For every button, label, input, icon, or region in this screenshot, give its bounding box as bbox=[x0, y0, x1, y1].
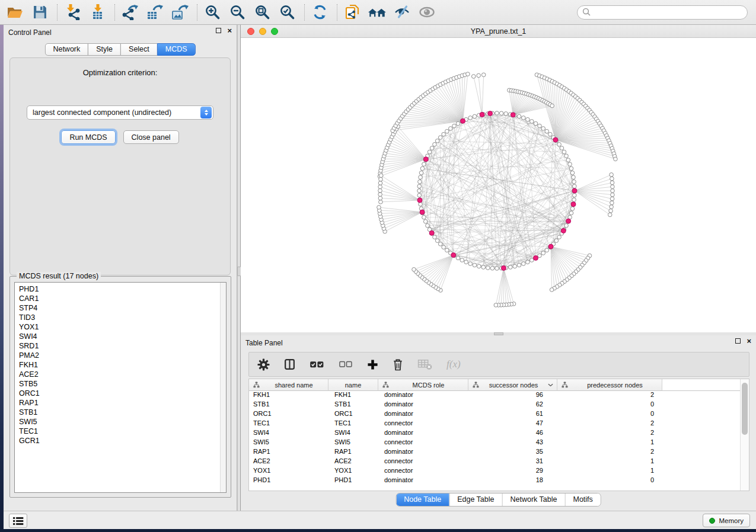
duplicate-network-icon[interactable] bbox=[343, 4, 361, 21]
column-header-name[interactable]: name bbox=[328, 379, 378, 391]
float-panel-icon[interactable] bbox=[216, 28, 221, 33]
memory-button[interactable]: Memory bbox=[703, 514, 750, 527]
network-node bbox=[572, 184, 576, 188]
tab-style[interactable]: Style bbox=[88, 43, 121, 56]
table-row[interactable]: PHD1PHD1dominator180 bbox=[249, 476, 749, 486]
list-item[interactable]: PHD1 bbox=[19, 284, 226, 294]
list-item[interactable]: CAR1 bbox=[19, 294, 226, 303]
create-column-icon[interactable] bbox=[367, 359, 378, 370]
search-input[interactable] bbox=[594, 8, 742, 17]
network-node bbox=[422, 216, 426, 220]
run-mcds-button[interactable]: Run MCDS bbox=[61, 130, 115, 144]
zoom-in-icon[interactable] bbox=[203, 4, 221, 21]
list-item[interactable]: SRD1 bbox=[19, 341, 226, 351]
tab-select[interactable]: Select bbox=[120, 43, 158, 56]
first-neighbors-icon[interactable] bbox=[368, 4, 386, 21]
network-node bbox=[517, 114, 521, 118]
table-row[interactable]: FKH1FKH1dominator962 bbox=[249, 391, 749, 400]
list-item[interactable]: SWI4 bbox=[19, 332, 226, 341]
table-cell: YOX1 bbox=[249, 467, 328, 476]
tab-mcds[interactable]: MCDS bbox=[157, 43, 196, 56]
tab-node-table[interactable]: Node Table bbox=[396, 493, 449, 506]
show-columns-icon[interactable] bbox=[284, 358, 295, 370]
mcds-hub-node bbox=[572, 188, 577, 193]
network-node bbox=[610, 205, 614, 209]
refresh-layout-icon[interactable] bbox=[311, 4, 328, 21]
import-table-icon[interactable] bbox=[88, 4, 106, 21]
deselect-all-icon[interactable] bbox=[339, 360, 353, 369]
destroy-table-icon bbox=[417, 358, 432, 370]
list-item[interactable]: PMA2 bbox=[19, 351, 226, 360]
list-item[interactable]: TID3 bbox=[19, 313, 226, 322]
result-list-scrollbar[interactable] bbox=[220, 283, 226, 492]
list-item[interactable]: RAP1 bbox=[19, 398, 226, 408]
table-row[interactable]: SWI4SWI4dominator462 bbox=[249, 429, 749, 438]
list-item[interactable]: GCR1 bbox=[19, 436, 226, 446]
task-history-button[interactable] bbox=[9, 514, 27, 528]
table-row[interactable]: STB1STB1dominator620 bbox=[249, 400, 749, 410]
export-network-icon[interactable] bbox=[121, 4, 139, 21]
table-row[interactable]: TEC1TEC1connector472 bbox=[249, 419, 749, 429]
select-all-icon[interactable] bbox=[310, 360, 324, 370]
zoom-out-icon[interactable] bbox=[228, 4, 246, 21]
table-scrollbar[interactable] bbox=[740, 379, 749, 491]
tab-motifs[interactable]: Motifs bbox=[564, 493, 600, 506]
list-item[interactable]: STP4 bbox=[19, 303, 226, 313]
gear-icon[interactable] bbox=[257, 358, 270, 371]
network-node bbox=[435, 139, 439, 143]
table-row[interactable]: SWI5SWI5connector431 bbox=[249, 438, 749, 448]
export-image-icon[interactable] bbox=[171, 4, 189, 21]
list-item[interactable]: TEC1 bbox=[19, 427, 226, 436]
network-node bbox=[417, 193, 422, 197]
table-row[interactable]: ORC1ORC1dominator610 bbox=[249, 410, 749, 419]
optimization-criterion-dropdown[interactable]: largest connected component (undirected) bbox=[27, 105, 213, 120]
list-item[interactable]: STB5 bbox=[19, 379, 226, 389]
table-cell: 0 bbox=[557, 410, 662, 419]
list-item[interactable]: YOX1 bbox=[19, 322, 226, 332]
export-table-icon[interactable] bbox=[146, 4, 164, 21]
network-canvas[interactable] bbox=[241, 38, 756, 332]
network-node bbox=[378, 193, 382, 197]
column-header-predecessor-nodes[interactable]: predecessor nodes bbox=[557, 379, 662, 391]
table-cell: 61 bbox=[468, 410, 557, 419]
import-network-icon[interactable] bbox=[63, 4, 81, 21]
network-node bbox=[610, 173, 614, 177]
table-scrollbar-thumb[interactable] bbox=[742, 383, 748, 435]
hide-details-icon[interactable] bbox=[393, 4, 411, 21]
table-panel: Table Panel × f(x) shared namenameMCDS r… bbox=[241, 335, 756, 511]
open-folder-icon[interactable] bbox=[6, 4, 24, 21]
table-row[interactable]: YOX1YOX1connector291 bbox=[249, 467, 749, 476]
list-item[interactable]: STB1 bbox=[19, 408, 226, 417]
close-panel-icon[interactable]: × bbox=[227, 28, 232, 33]
delete-icon[interactable] bbox=[393, 358, 403, 371]
network-node bbox=[460, 258, 464, 262]
search-box[interactable] bbox=[577, 5, 748, 20]
list-item[interactable]: ORC1 bbox=[19, 389, 226, 398]
column-header-MCDS-role[interactable]: MCDS role bbox=[378, 379, 468, 391]
list-item[interactable]: ACE2 bbox=[19, 370, 226, 379]
table-cell: SWI4 bbox=[249, 429, 328, 438]
network-node bbox=[490, 266, 495, 270]
network-node bbox=[422, 162, 426, 166]
float-table-panel-icon[interactable] bbox=[735, 338, 741, 344]
tab-network[interactable]: Network bbox=[44, 43, 88, 56]
table-row[interactable]: RAP1RAP1dominator352 bbox=[249, 448, 749, 457]
save-icon[interactable] bbox=[31, 4, 49, 21]
network-node bbox=[550, 104, 554, 108]
tab-network-table[interactable]: Network Table bbox=[502, 493, 565, 506]
network-window-titlebar[interactable]: YPA_prune.txt_1 bbox=[241, 25, 756, 38]
mcds-hub-node bbox=[501, 266, 506, 271]
list-item[interactable]: SWI5 bbox=[19, 417, 226, 427]
zoom-selected-icon[interactable] bbox=[278, 4, 296, 21]
close-table-panel-icon[interactable]: × bbox=[747, 338, 751, 344]
table-row[interactable]: ACE2ACE2connector311 bbox=[249, 457, 749, 467]
close-panel-button[interactable]: Close panel bbox=[123, 130, 179, 144]
mcds-result-list[interactable]: PHD1CAR1STP4TID3YOX1SWI4SRD1PMA2FKH1ACE2… bbox=[14, 282, 227, 493]
column-header-shared-name[interactable]: shared name bbox=[249, 379, 328, 391]
column-header-successor-nodes[interactable]: successor nodes bbox=[468, 379, 557, 391]
tab-edge-table[interactable]: Edge Table bbox=[449, 493, 502, 506]
list-item[interactable]: FKH1 bbox=[19, 360, 226, 370]
mcds-hub-node bbox=[566, 219, 571, 223]
zoom-fit-icon[interactable] bbox=[253, 4, 271, 21]
table-cell: dominator bbox=[378, 391, 468, 400]
